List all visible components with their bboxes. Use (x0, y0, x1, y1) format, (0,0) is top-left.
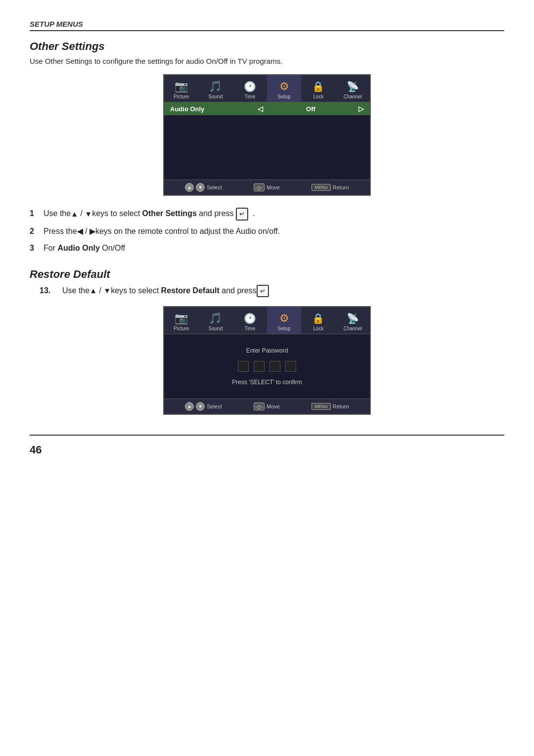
setup-icon: ⚙ (275, 79, 293, 94)
rd-camera-icon: 📷 (173, 311, 190, 326)
password-box-2 (254, 361, 265, 372)
rd-lock-icon: 🔒 (310, 311, 327, 326)
sound-label: Sound (209, 94, 223, 99)
restore-default-menu: 📷 Picture 🎵 Sound 🕐 Time ⚙ Setup 🔒 Lock … (163, 306, 371, 415)
select-btn-circle: ▲ (185, 183, 194, 192)
rd-menu-icon-time: 🕐 Time (233, 307, 267, 334)
rd-down-arrow-icon: ▼ (103, 285, 111, 297)
enter-icon: ↵ (236, 208, 248, 221)
menu-body (164, 115, 370, 179)
picture-label: Picture (174, 94, 189, 99)
password-box-1 (238, 361, 249, 372)
row-arrow-right-icon: ▷ (358, 105, 364, 113)
sound-icon: 🎵 (207, 79, 224, 94)
down-arrow-icon: ▼ (85, 209, 92, 220)
time-icon: 🕐 (241, 79, 259, 94)
menu-icons-row: 📷 Picture 🎵 Sound 🕐 Time ⚙ Setup 🔒 Lock … (164, 75, 370, 102)
rd-menu-icon-picture: 📷 Picture (164, 307, 198, 334)
restore-default-title: Restore Default (30, 268, 504, 281)
other-settings-instructions: 1 Use the▲ / ▼keys to select Other Setti… (30, 208, 504, 254)
instr-num-1: 1 (30, 208, 44, 220)
restore-default-bold: Restore Default (161, 286, 220, 295)
rd-menu-btn: MENU (312, 403, 331, 410)
bottom-divider (30, 435, 504, 436)
menu-footer: ▲ ▼ Select ◁▷ Move MENU Return (164, 179, 370, 195)
rd-enter-icon: ↵ (257, 285, 269, 298)
rd-menu-icon-setup: ⚙ Setup (267, 307, 301, 334)
menu-icon-setup: ⚙ Setup (267, 75, 301, 102)
lock-label: Lock (313, 94, 323, 99)
top-divider (30, 30, 504, 31)
rd-menu-icons-row: 📷 Picture 🎵 Sound 🕐 Time ⚙ Setup 🔒 Lock … (164, 307, 370, 334)
rd-menu-footer: ▲ ▼ Select ◁▷ Move MENU Return (164, 399, 370, 414)
rd-picture-label: Picture (174, 326, 189, 331)
footer-select: ▲ ▼ Select (185, 183, 222, 192)
rd-sound-label: Sound (209, 326, 223, 331)
time-label: Time (244, 94, 255, 99)
rd-setup-label: Setup (278, 326, 291, 331)
rd-time-icon: 🕐 (241, 311, 259, 326)
audio-only-value: Off (267, 105, 355, 113)
audio-only-label: Audio Only (170, 105, 258, 113)
audio-only-bold: Audio Only (57, 244, 99, 252)
footer-move: ◁▷ Move (254, 183, 280, 191)
other-settings-desc: Use Other Settings to configure the sett… (30, 57, 504, 65)
other-settings-menu: 📷 Picture 🎵 Sound 🕐 Time ⚙ Setup 🔒 Lock … (163, 74, 371, 196)
audio-only-row: Audio Only ◁ Off ▷ (164, 102, 370, 115)
select-btn-circle2: ▼ (196, 183, 205, 192)
rd-footer-return: MENU Return (312, 403, 349, 410)
other-settings-bold: Other Settings (142, 209, 197, 218)
footer-return: MENU Return (312, 184, 349, 191)
rd-menu-icon-sound: 🎵 Sound (198, 307, 232, 334)
instruction-3: 3 For Audio Only On/Off (30, 242, 504, 254)
menu-icon-time: 🕐 Time (233, 75, 267, 102)
password-boxes (238, 361, 296, 372)
rd-sound-icon: 🎵 (207, 311, 224, 326)
instruction-2: 2 Press the◀ / ▶keys on the remote contr… (30, 225, 504, 237)
footer-select-label: Select (207, 184, 222, 190)
footer-move-label: Move (267, 184, 280, 190)
menu-icon-channel: 📡 Channel (336, 75, 370, 102)
menu-icon-picture: 📷 Picture (164, 75, 198, 102)
instr-text-3: For Audio Only On/Off (44, 242, 504, 254)
rd-menu-icon-channel: 📡 Channel (336, 307, 370, 334)
footer-return-label: Return (333, 184, 349, 190)
rd-up-arrow-icon: ▲ (89, 285, 97, 297)
rd-footer-select: ▲ ▼ Select (185, 402, 222, 411)
rd-setup-icon: ⚙ (275, 311, 293, 326)
setup-menus-label: SETUP MENUS (30, 20, 504, 28)
enter-password-label: Enter Password (246, 347, 288, 354)
row-arrow-left-icon: ◁ (258, 105, 263, 113)
rd-time-label: Time (244, 326, 255, 331)
rd-select-btn-circle: ▲ (185, 402, 194, 411)
instr-num-3: 3 (30, 242, 44, 254)
rd-select-btn-circle2: ▼ (196, 402, 205, 411)
rd-channel-label: Channel (344, 326, 362, 331)
camera-icon: 📷 (173, 79, 190, 94)
rd-footer-select-label: Select (207, 403, 222, 409)
move-lr-icon: ◁▷ (254, 183, 265, 191)
left-arrow-icon: ◀ (77, 226, 83, 237)
rd-footer-move-label: Move (267, 403, 280, 409)
password-body: Enter Password Press 'SELECT' to confirm (164, 334, 370, 399)
rd-lock-label: Lock (313, 326, 323, 331)
channel-label: Channel (344, 94, 362, 99)
other-settings-section: Other Settings Use Other Settings to con… (30, 40, 504, 254)
instr-text-1: Use the▲ / ▼keys to select Other Setting… (44, 208, 504, 221)
instruction-1: 1 Use the▲ / ▼keys to select Other Setti… (30, 208, 504, 221)
rd-menu-icon-lock: 🔒 Lock (301, 307, 335, 334)
menu-icon-sound: 🎵 Sound (198, 75, 232, 102)
menu-btn: MENU (312, 184, 331, 191)
rd-footer-move: ◁▷ Move (254, 402, 280, 410)
menu-icon-lock: 🔒 Lock (301, 75, 335, 102)
page-number: 46 (30, 444, 504, 456)
instr-text-2: Press the◀ / ▶keys on the remote control… (44, 225, 504, 237)
other-settings-title: Other Settings (30, 40, 504, 53)
restore-default-section: Restore Default 13. Use the▲ / ▼keys to … (30, 268, 504, 415)
lock-icon: 🔒 (310, 79, 327, 94)
right-arrow-icon: ▶ (89, 226, 95, 237)
restore-default-instruction: 13. Use the▲ / ▼keys to select Restore D… (40, 285, 504, 298)
instr-num-2: 2 (30, 225, 44, 237)
password-box-3 (269, 361, 280, 372)
rd-footer-return-label: Return (333, 403, 349, 409)
